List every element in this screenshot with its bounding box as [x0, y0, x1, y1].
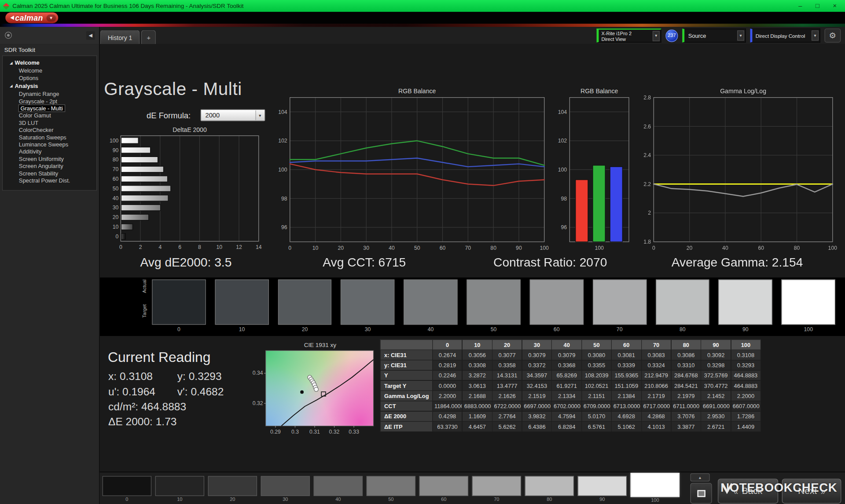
table-cell: 5.0170	[582, 411, 612, 421]
svg-text:100: 100	[540, 245, 549, 251]
next-button[interactable]: Next »	[782, 479, 841, 504]
table-cell: 14.3131	[492, 370, 522, 380]
swatch-label: 40	[404, 326, 457, 332]
patch-50[interactable]: 50	[367, 476, 415, 503]
table-cell: 0.2819	[433, 360, 463, 370]
patch-70[interactable]: 70	[472, 476, 521, 503]
patch-color	[103, 476, 151, 496]
patch-100[interactable]: 100	[631, 476, 680, 503]
reading-value: ΔE 2000: 1.73	[108, 416, 177, 428]
back-button[interactable]: « Back	[718, 479, 778, 504]
sidebar-item-grayscale-multi[interactable]: Grayscale - Multi	[3, 105, 96, 112]
sidebar-item-spectral-power-dist[interactable]: Spectral Power Dist.	[3, 177, 96, 184]
sidebar-item-saturation-sweeps[interactable]: Saturation Sweeps	[3, 134, 96, 141]
page-title: Grayscale - Multi	[104, 79, 242, 99]
patch-strip-up-button[interactable]: ▲	[691, 473, 710, 481]
calman-logo-menu[interactable]: calman ▼	[5, 12, 58, 23]
cie-plot: 0.320.340.290.30.310.320.33	[250, 350, 379, 436]
sidebar-item-screen-stability[interactable]: Screen Stability	[3, 170, 96, 177]
table-cell: 370.4772	[701, 380, 731, 391]
sidebar-item-screen-angularity[interactable]: Screen Angularity	[3, 163, 96, 170]
patch-90[interactable]: 90	[578, 476, 627, 503]
sidebar-item-screen-uniformity[interactable]: Screen Uniformity	[3, 156, 96, 163]
swatch-color	[215, 280, 268, 325]
svg-text:0.34: 0.34	[253, 370, 263, 376]
patch-60[interactable]: 60	[419, 476, 468, 503]
tab-history-1[interactable]: History 1	[100, 30, 140, 44]
de-formula-select[interactable]: 2000 ▼	[201, 110, 265, 121]
swatch-label: 0	[152, 326, 206, 332]
svg-text:70: 70	[465, 245, 471, 251]
svg-text:100: 100	[828, 245, 838, 251]
sidebar-item-3d-lut[interactable]: 3D LUT	[3, 120, 96, 127]
chevron-down-icon[interactable]: ▼	[812, 30, 819, 40]
table-cell: 65.8269	[552, 370, 582, 380]
sidebar-item-additivity[interactable]: Additivity	[3, 148, 96, 155]
luminance-badge[interactable]: 237	[665, 29, 678, 42]
add-tab-button[interactable]: +	[141, 30, 156, 44]
header-row: ◀ History 1 + X-Rite i1Pro 2 Direct View…	[0, 27, 845, 44]
measurement-table: 0102030405060708090100x: CIE310.26740.30…	[380, 339, 761, 432]
table-cell: 0.3298	[701, 360, 731, 370]
stop-pattern-button[interactable]	[691, 483, 712, 504]
table-cell: 155.9365	[611, 370, 641, 380]
patch-80[interactable]: 80	[525, 476, 574, 503]
minimize-button[interactable]: –	[792, 2, 808, 10]
row-label: ΔE ITP	[380, 421, 433, 431]
sidebar-item-dynamic-range[interactable]: Dynamic Range	[3, 91, 96, 98]
table-row: ΔE 20000.42981.16092.77643.98324.75945.0…	[380, 411, 760, 421]
svg-text:14: 14	[256, 244, 262, 250]
chevron-left-icon: «	[734, 486, 738, 496]
chevron-down-icon[interactable]: ▼	[653, 31, 660, 41]
logo-dropdown-arrow-icon[interactable]: ▼	[46, 14, 56, 21]
meter-dropdown[interactable]: X-Rite i1Pro 2 Direct View ▼	[597, 29, 661, 43]
patch-40[interactable]: 40	[314, 476, 363, 503]
table-cell: 6722.0000	[492, 401, 522, 411]
settings-gear-button[interactable]: ⚙	[824, 29, 841, 43]
table-cell: 0.3293	[731, 360, 761, 370]
table-cell: 0.3077	[492, 350, 522, 360]
swatch-label: 80	[656, 326, 709, 332]
svg-text:70: 70	[113, 166, 119, 172]
chevron-right-icon: »	[821, 486, 825, 496]
expander-icon[interactable]: ◢	[10, 59, 13, 66]
row-label: y: CIE31	[380, 360, 433, 370]
grayscale-swatch-0: 0	[152, 280, 206, 332]
patch-color	[155, 476, 204, 496]
table-cell: 1.4409	[731, 421, 761, 431]
swatch-color	[341, 280, 394, 325]
display-control-dropdown[interactable]: Direct Display Control ▼	[750, 29, 820, 43]
table-cell: 0.4298	[433, 411, 463, 421]
table-cell: 0.2674	[433, 350, 463, 360]
sidebar-item-luminance-sweeps[interactable]: Luminance Sweeps	[3, 141, 96, 148]
collapse-sidebar-button[interactable]: ◀	[86, 31, 95, 40]
grayscale-swatch-70: 70	[593, 280, 647, 332]
tree-section-analysis[interactable]: ◢Analysis	[3, 82, 96, 91]
actual-label: Actual	[142, 280, 147, 293]
sidebar-item-welcome[interactable]: Welcome	[3, 67, 96, 74]
table-column-header: 90	[701, 340, 731, 350]
sidebar-item-color-gamut[interactable]: Color Gamut	[3, 112, 96, 119]
tree-section-welcome[interactable]: ◢Welcome	[3, 58, 96, 67]
chevron-down-icon[interactable]: ▼	[737, 30, 744, 40]
svg-text:12: 12	[236, 244, 242, 250]
table-cell: 2.9530	[701, 411, 731, 421]
close-button[interactable]: ×	[827, 2, 843, 10]
patch-30[interactable]: 30	[261, 476, 310, 503]
sidebar-item-grayscale-2pt[interactable]: Grayscale - 2pt	[3, 98, 96, 105]
table-cell: 5.1062	[611, 421, 641, 431]
record-dot-button[interactable]	[5, 32, 12, 39]
table-cell: 0.3108	[731, 350, 761, 360]
sidebar-item-options[interactable]: Options	[3, 75, 96, 82]
sidebar-item-colorchecker[interactable]: ColorChecker	[3, 127, 96, 134]
table-cell: 61.9271	[552, 380, 582, 391]
app-icon	[3, 3, 10, 10]
patch-20[interactable]: 20	[208, 476, 257, 503]
source-dropdown[interactable]: Source ▼	[682, 29, 746, 43]
svg-text:RGB Balance: RGB Balance	[398, 88, 436, 95]
expander-icon[interactable]: ◢	[10, 82, 13, 89]
patch-10[interactable]: 10	[155, 476, 204, 503]
maximize-button[interactable]: □	[809, 2, 826, 10]
table-cell: 0.3081	[611, 350, 641, 360]
patch-0[interactable]: 0	[103, 476, 151, 503]
